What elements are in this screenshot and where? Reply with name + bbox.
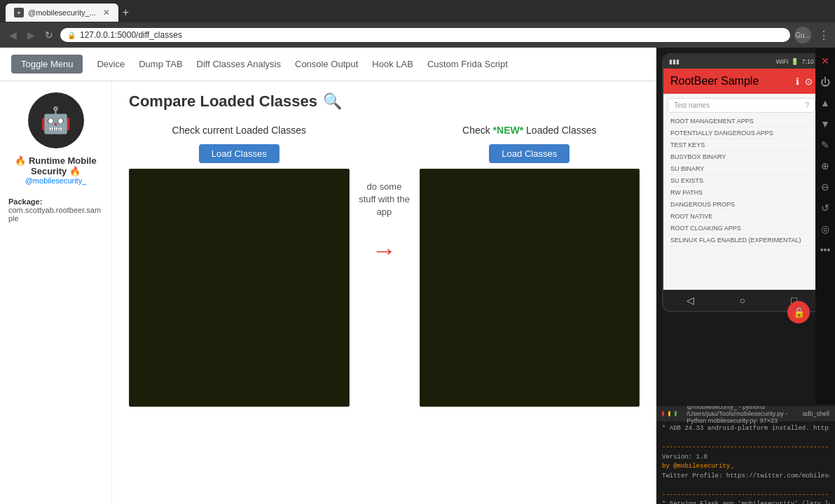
phone-test-item[interactable]: RW PATHS [668, 187, 815, 199]
middle-label: do some stuff with the app [359, 181, 410, 219]
page-title: Compare Loaded Classes 🔍 [129, 92, 640, 111]
nav-custom-frida-script[interactable]: Custom Frida Script [427, 59, 508, 69]
terminal-line [662, 434, 829, 444]
user-avatar[interactable]: Gu... [794, 27, 811, 43]
new-tab-btn[interactable]: + [123, 6, 129, 19]
phone-test-item[interactable]: ROOT NATIVE [668, 211, 815, 223]
phone-test-item[interactable]: BUSYBOX BINARY [668, 151, 815, 163]
phone-status-right: WiFi 🔋 7:10 [775, 58, 814, 65]
arrow-right-icon: → [372, 236, 397, 265]
close-phone-btn[interactable]: ✕ [817, 53, 833, 69]
rotate-icon[interactable]: ↺ [817, 200, 833, 216]
terminal-line [662, 481, 829, 491]
status-time: 7:10 [801, 58, 814, 65]
snapshot-icon[interactable]: ◎ [817, 221, 833, 237]
compare-col-1: Check current Loaded Classes Load Classe… [129, 125, 350, 407]
phone-test-item[interactable]: TEST KEYS [668, 139, 815, 151]
phone-test-list: ROOT MANAGEMENT APPSPOTENTIALLY DANGEROU… [668, 115, 815, 246]
tab-title: @mobilesecurity_... [28, 8, 96, 17]
terminal-line: by @mobilesecurity_ [662, 462, 829, 472]
col2-title-highlight: *NEW* [493, 125, 524, 136]
terminal-section: @mobilesecurity_ - python3 /Users/pau/To… [656, 406, 835, 504]
tab-favicon: ● [14, 8, 24, 18]
browser-menu-btn[interactable]: ⋮ [818, 29, 829, 42]
load-classes-btn-2[interactable]: Load Classes [489, 144, 570, 163]
sidebar-package: Package: com.scottyab.rootbeer.sample [8, 197, 103, 223]
right-section: ▮▮▮ WiFi 🔋 7:10 RootBeer Sample ℹ [656, 48, 835, 504]
search-icon: 🔍 [323, 92, 342, 111]
zoom-in-icon[interactable]: ⊕ [817, 158, 833, 174]
terminal-line: Version: 1.0 [662, 453, 829, 463]
nav-dump-tab[interactable]: Dump TAB [139, 59, 182, 69]
home-nav-icon[interactable]: ○ [740, 295, 745, 306]
toggle-menu-button[interactable]: Toggle Menu [11, 55, 83, 74]
volume-down-icon[interactable]: ▼ [817, 116, 833, 132]
avatar: 🤖 [28, 92, 84, 148]
page-content: Compare Loaded Classes 🔍 Check current L… [112, 81, 656, 504]
page-title-text: Compare Loaded Classes [129, 92, 317, 111]
active-tab[interactable]: ● @mobilesecurity_... ✕ [6, 4, 118, 22]
terminal-content: * ADB 24.33 android-platform installed. … [656, 421, 835, 504]
url-text: 127.0.0.1:5000/diff_classes [80, 30, 783, 40]
pencil-icon[interactable]: ✎ [817, 137, 833, 153]
phone-test-item[interactable]: SELINUX FLAG ENABLED (EXPERIMENTAL) [668, 234, 815, 246]
col2-title-before: Check [462, 125, 493, 136]
phone-search-icon: ? [805, 102, 809, 109]
phone-status-bar: ▮▮▮ WiFi 🔋 7:10 [663, 55, 820, 69]
terminal-header: @mobilesecurity_ - python3 /Users/pau/To… [656, 406, 835, 421]
terminal-tab1[interactable]: @mobilesecurity_ - python3 /Users/pau/To… [686, 406, 792, 424]
back-nav-icon[interactable]: ◁ [686, 295, 694, 306]
classes-box-1 [129, 169, 350, 407]
nav-device[interactable]: Device [97, 59, 125, 69]
phone-search-bar[interactable]: Test names ? [668, 98, 815, 113]
address-bar[interactable]: 🔒 127.0.0.1:5000/diff_classes [60, 28, 790, 42]
terminal-line: * ADB 24.33 android-platform installed. … [662, 424, 829, 434]
wifi-icon: WiFi [775, 58, 788, 65]
phone-app-icons: ℹ ⊙ [796, 76, 813, 87]
lock-fab-icon: 🔒 [793, 307, 805, 312]
phone-info-icon[interactable]: ℹ [796, 76, 799, 87]
compare-layout: Check current Loaded Classes Load Classe… [129, 125, 640, 407]
phone-test-item[interactable]: ROOT CLOAKING APPS [668, 223, 815, 234]
tab-close-btn[interactable]: ✕ [103, 8, 110, 18]
brand-handle[interactable]: @mobilesecurity_ [8, 176, 103, 185]
lock-icon: 🔒 [67, 31, 76, 39]
middle-label-3: app [359, 206, 410, 218]
zoom-out-icon[interactable]: ⊖ [817, 179, 833, 195]
user-label: Gu... [795, 31, 810, 39]
package-label: Package: [8, 197, 103, 206]
middle-col: do some stuff with the app → [350, 125, 420, 265]
volume-up-icon[interactable]: ▲ [817, 95, 833, 111]
phone-toolbar: ✕ ⏻ ▲ ▼ ✎ ⊕ ⊖ ↺ ◎ ••• [815, 48, 835, 405]
reload-btn[interactable]: ↻ [42, 29, 56, 41]
terminal-tab2[interactable]: adb_shell [802, 410, 829, 417]
more-icon[interactable]: ••• [817, 242, 833, 258]
android-logo-icon: 🤖 [40, 106, 71, 135]
phone-test-item[interactable]: SU EXISTS [668, 175, 815, 187]
nav-diff-classes[interactable]: Diff Classes Analysis [197, 59, 281, 69]
phone-github-icon[interactable]: ⊙ [805, 76, 813, 87]
main-area: Toggle Menu Device Dump TAB Diff Classes… [0, 48, 835, 504]
browser-toolbar: ◀ ▶ ↻ 🔒 127.0.0.1:5000/diff_classes Gu..… [0, 22, 835, 48]
classes-box-2 [420, 169, 640, 407]
nav-hook-lab[interactable]: Hook LAB [372, 59, 413, 69]
phone-content: Test names ? ROOT MANAGEMENT APPSPOTENTI… [663, 94, 820, 290]
forward-btn[interactable]: ▶ [24, 29, 38, 41]
phone-test-item[interactable]: SU BINARY [668, 163, 815, 175]
back-btn[interactable]: ◀ [6, 29, 20, 41]
nav-console-output[interactable]: Console Output [295, 59, 358, 69]
web-panel: Toggle Menu Device Dump TAB Diff Classes… [0, 48, 656, 504]
sidebar-brand: 🔥 Runtime Mobile Security 🔥 @mobilesecur… [8, 155, 103, 185]
phone-test-item[interactable]: DANGEROUS PROPS [668, 199, 815, 211]
brand-name: 🔥 Runtime Mobile Security 🔥 [8, 155, 103, 176]
top-nav: Toggle Menu Device Dump TAB Diff Classes… [0, 48, 656, 81]
col2-title-after: Loaded Classes [523, 125, 596, 136]
package-value: com.scottyab.rootbeer.sample [8, 206, 103, 223]
terminal-line: Twitter Profile: https://twitter.com/mob… [662, 472, 829, 482]
power-icon[interactable]: ⏻ [817, 74, 833, 90]
load-classes-btn-1[interactable]: Load Classes [199, 144, 280, 163]
phone-test-item[interactable]: POTENTIALLY DANGEROUS APPS [668, 127, 815, 139]
phone-status-left: ▮▮▮ [669, 58, 679, 65]
phone-test-item[interactable]: ROOT MANAGEMENT APPS [668, 115, 815, 127]
sidebar: 🤖 🔥 Runtime Mobile Security 🔥 @mobilesec… [0, 81, 112, 504]
